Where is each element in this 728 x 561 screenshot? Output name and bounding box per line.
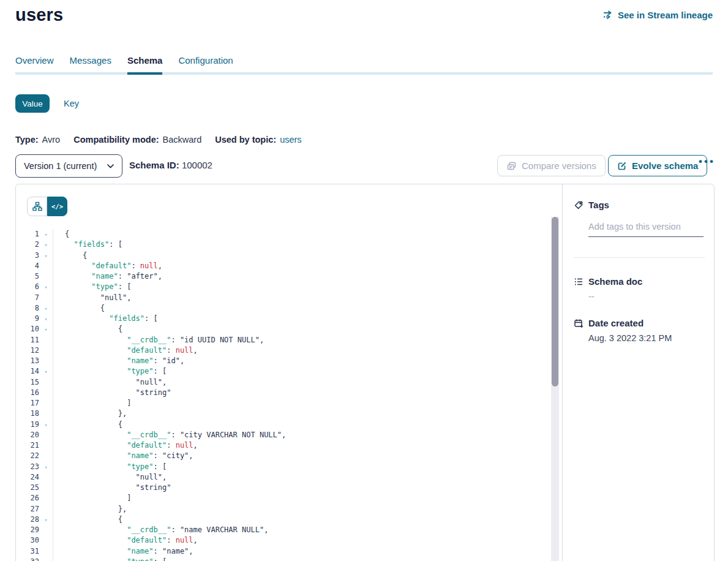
- line-number: 6: [16, 282, 39, 292]
- tab-schema[interactable]: Schema: [127, 55, 163, 75]
- version-select-value: Version 1 (current): [24, 161, 97, 171]
- code-text: {: [53, 251, 87, 260]
- line-number: 12: [16, 345, 39, 356]
- stream-lineage-label: See in Stream lineage: [618, 10, 713, 20]
- version-select[interactable]: Version 1 (current): [15, 154, 122, 178]
- code-text: "type": [: [53, 557, 167, 561]
- fold-arrow-icon[interactable]: ▾: [39, 282, 53, 293]
- topic-link[interactable]: users: [280, 135, 301, 145]
- line-number: 20: [16, 430, 39, 440]
- line-number: 21: [16, 440, 39, 451]
- schema-id-label: Schema ID:: [129, 160, 179, 170]
- tab-configuration[interactable]: Configuration: [178, 55, 233, 75]
- fold-arrow-icon[interactable]: ▾: [39, 230, 53, 240]
- tags-input[interactable]: [588, 220, 704, 237]
- fold-arrow-icon[interactable]: ▾: [39, 462, 53, 473]
- line-number: 13: [16, 356, 39, 366]
- schema-panel: </> 1▾{2▾ "fields": [3▾ {4 "default": nu…: [15, 184, 715, 561]
- line-number: 26: [16, 493, 39, 503]
- code-text: "null",: [53, 473, 167, 481]
- code-text: {: [53, 515, 122, 524]
- line-number: 30: [16, 535, 39, 546]
- code-text: },: [53, 409, 127, 418]
- compatibility-label: Compatibility mode:: [73, 135, 159, 145]
- code-view-icon: </>: [51, 203, 63, 210]
- line-number: 16: [16, 388, 39, 398]
- fold-arrow-icon[interactable]: ▾: [39, 325, 53, 335]
- tag-icon: [574, 200, 584, 210]
- code-text: "type": [: [53, 282, 131, 291]
- compatibility-value: Backward: [163, 135, 202, 145]
- line-number: 32: [16, 557, 39, 561]
- tab-bar: Overview Messages Schema Configuration: [15, 55, 233, 75]
- code-text: "__crdb__": "name VARCHAR NULL",: [53, 525, 268, 534]
- compare-versions-icon: [506, 161, 517, 171]
- tab-overview[interactable]: Overview: [15, 55, 54, 75]
- code-text: "name": "after",: [53, 272, 162, 280]
- tags-title: Tags: [588, 200, 609, 210]
- line-number: 10: [16, 324, 39, 334]
- code-text: {: [53, 230, 69, 238]
- stream-lineage-icon: [602, 9, 614, 20]
- code-text: "fields": [: [53, 314, 158, 323]
- line-number: 27: [16, 504, 39, 514]
- schema-meta-row: Type: Avro Compatibility mode: Backward …: [15, 135, 302, 145]
- code-text: "name": "id",: [53, 356, 184, 365]
- type-label: Type:: [15, 135, 39, 145]
- list-icon: [574, 277, 584, 287]
- line-number: 23: [16, 462, 39, 472]
- code-text: "name": "name",: [53, 547, 193, 555]
- code-text: "default": null,: [53, 346, 198, 355]
- code-text: ]: [53, 494, 131, 502]
- tree-view-button[interactable]: [27, 197, 47, 216]
- code-text: "type": [: [53, 462, 167, 471]
- evolve-schema-button[interactable]: Evolve schema: [608, 155, 707, 176]
- more-actions-button[interactable]: •••: [699, 156, 715, 168]
- compare-versions-button[interactable]: Compare versions: [497, 155, 606, 176]
- type-value: Avro: [42, 135, 61, 145]
- value-toggle-button[interactable]: Value: [15, 94, 50, 113]
- line-number: 9: [16, 314, 39, 324]
- line-number: 15: [16, 377, 39, 388]
- line-number: 17: [16, 398, 39, 409]
- date-created-section-header: Date created: [574, 318, 644, 328]
- key-toggle-link[interactable]: Key: [64, 99, 79, 108]
- fold-arrow-icon[interactable]: ▾: [39, 557, 53, 561]
- chevron-down-icon: [107, 164, 114, 168]
- line-number: 22: [16, 451, 39, 461]
- stream-lineage-link[interactable]: See in Stream lineage: [602, 9, 713, 20]
- code-text: },: [53, 505, 127, 513]
- code-text: "null",: [53, 378, 167, 386]
- sidebar-divider: [574, 257, 705, 258]
- fold-arrow-icon[interactable]: ▾: [39, 304, 53, 314]
- editor-scrollbar-track[interactable]: [551, 217, 559, 561]
- line-number: 24: [16, 472, 39, 483]
- code-view-button[interactable]: </>: [47, 197, 67, 216]
- edit-schema-icon: [617, 161, 627, 171]
- compare-versions-label: Compare versions: [522, 160, 596, 171]
- fold-arrow-icon[interactable]: ▾: [39, 251, 53, 262]
- fold-arrow-icon[interactable]: ▾: [39, 240, 53, 250]
- line-number: 28: [16, 514, 39, 525]
- calendar-plus-icon: [574, 318, 584, 328]
- tab-messages[interactable]: Messages: [70, 55, 111, 75]
- fold-arrow-icon[interactable]: ▾: [39, 367, 53, 377]
- fold-arrow-icon[interactable]: ▾: [39, 420, 53, 431]
- line-number: 3: [16, 250, 39, 261]
- used-by-topic-label: Used by topic:: [215, 135, 276, 145]
- gutter-divider: [53, 229, 53, 561]
- schema-id: Schema ID: 100002: [129, 160, 212, 170]
- code-text: {: [53, 304, 105, 312]
- schema-sidebar: Tags Schema doc -- Dat: [563, 184, 714, 561]
- date-created-value: Aug. 3 2022 3:21 PM: [588, 333, 672, 343]
- code-text: "type": [: [53, 367, 167, 375]
- editor-scrollbar-thumb[interactable]: [552, 217, 558, 386]
- fold-arrow-icon[interactable]: ▾: [39, 515, 53, 525]
- code-text: {: [53, 420, 122, 429]
- code-text: "string": [53, 483, 171, 492]
- fold-arrow-icon[interactable]: ▾: [39, 314, 53, 325]
- evolve-schema-label: Evolve schema: [632, 160, 698, 171]
- line-number: 18: [16, 409, 39, 419]
- line-number: 19: [16, 420, 39, 430]
- page-title: users: [15, 5, 63, 25]
